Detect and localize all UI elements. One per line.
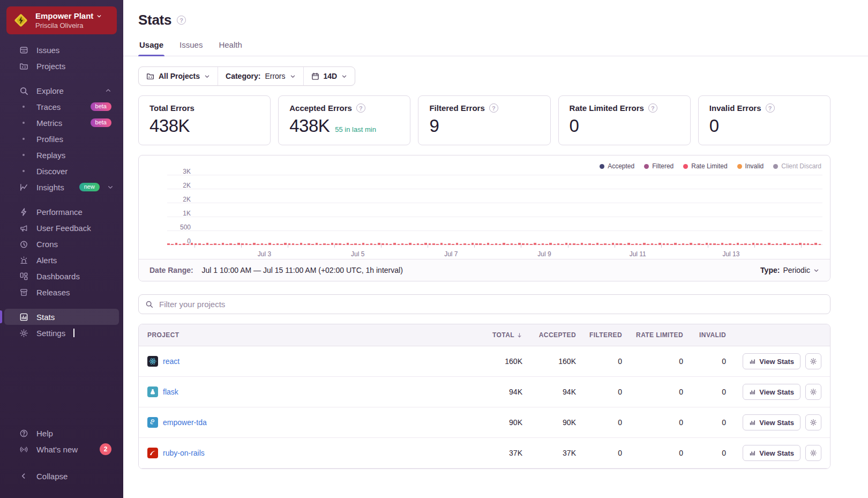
row-actions: View Stats xyxy=(726,384,821,400)
x-axis-tick xyxy=(615,245,615,248)
stat-card-total-errors: Total Errors438K xyxy=(138,95,271,145)
project-link[interactable]: empower-tda xyxy=(163,418,207,427)
legend-client-discard[interactable]: Client Discard xyxy=(773,162,821,170)
bar xyxy=(588,243,591,245)
bar xyxy=(472,243,474,245)
view-stats-button[interactable]: View Stats xyxy=(743,414,800,430)
project-settings-button[interactable] xyxy=(805,384,821,400)
bar-rate-limited-segment xyxy=(245,243,248,245)
bar xyxy=(183,243,185,245)
legend-filtered[interactable]: Filtered xyxy=(644,162,674,170)
bar xyxy=(577,244,579,245)
sidebar-item-what-s-new[interactable]: What's new2 xyxy=(4,441,119,457)
bar-rate-limited-segment xyxy=(639,244,642,245)
x-axis-tick xyxy=(288,245,288,248)
legend-rate-limited[interactable]: Rate Limited xyxy=(683,162,727,170)
bar-rate-limited-segment xyxy=(725,244,728,245)
sidebar-item-profiles[interactable]: Profiles xyxy=(4,131,119,147)
bar-chart-icon xyxy=(749,419,756,426)
tab-issues[interactable]: Issues xyxy=(178,40,204,56)
bar xyxy=(514,244,517,245)
bar xyxy=(339,243,341,245)
help-icon[interactable]: ? xyxy=(648,103,657,113)
sidebar-item-replays[interactable]: Replays xyxy=(4,147,119,163)
sidebar-item-stats[interactable]: Stats xyxy=(4,309,119,325)
usage-chart-card: AcceptedFilteredRate LimitedInvalidClien… xyxy=(138,155,830,281)
legend-accepted[interactable]: Accepted xyxy=(600,162,634,170)
bar xyxy=(635,243,638,245)
bar xyxy=(678,244,681,245)
project-settings-button[interactable] xyxy=(805,445,821,461)
column-header-accepted[interactable]: ACCEPTED xyxy=(522,331,576,339)
column-header-total[interactable]: TOTAL xyxy=(471,331,522,339)
column-header-filtered[interactable]: FILTERED xyxy=(576,331,622,339)
chevron-down-icon xyxy=(290,73,296,79)
bar xyxy=(749,244,751,245)
sidebar-item-alerts[interactable]: Alerts xyxy=(4,252,119,268)
sidebar-item-traces[interactable]: Tracesbeta xyxy=(4,99,119,115)
sidebar-item-crons[interactable]: Crons xyxy=(4,236,119,252)
view-stats-button[interactable]: View Stats xyxy=(743,353,800,369)
tab-health[interactable]: Health xyxy=(218,40,243,56)
sidebar-item-help[interactable]: Help xyxy=(4,425,119,441)
bar xyxy=(694,244,697,245)
sidebar-item-label: Performance xyxy=(36,207,83,217)
bar-rate-limited-segment xyxy=(436,244,439,245)
sidebar-item-projects[interactable]: Projects xyxy=(4,58,119,74)
project-settings-button[interactable] xyxy=(805,353,821,369)
view-stats-label: View Stats xyxy=(759,419,794,427)
help-icon[interactable]: ? xyxy=(766,103,775,113)
sidebar-item-discover[interactable]: Discover xyxy=(4,163,119,179)
bar xyxy=(534,243,536,245)
sidebar-item-insights[interactable]: Insightsnew xyxy=(4,179,119,195)
project-link[interactable]: flask xyxy=(163,388,178,396)
help-icon[interactable]: ? xyxy=(356,103,365,113)
sidebar-item-releases[interactable]: Releases xyxy=(4,284,119,300)
bar xyxy=(268,243,271,245)
help-icon[interactable]: ? xyxy=(489,103,498,113)
view-stats-button[interactable]: View Stats xyxy=(743,445,800,461)
column-header-project[interactable]: PROJECT xyxy=(147,331,471,339)
view-stats-button[interactable]: View Stats xyxy=(743,384,800,400)
project-link[interactable]: ruby-on-rails xyxy=(163,449,205,457)
bar-chart-icon xyxy=(749,358,756,365)
sidebar-item-user-feedback[interactable]: User Feedback xyxy=(4,220,119,236)
legend-invalid[interactable]: Invalid xyxy=(737,162,764,170)
legend-dot-icon xyxy=(683,164,688,169)
bar-rate-limited-segment xyxy=(409,243,411,245)
page-help-icon[interactable]: ? xyxy=(177,16,186,25)
column-header-invalid[interactable]: INVALID xyxy=(683,331,726,339)
org-name: Empower Plant xyxy=(35,11,93,20)
sidebar-item-settings[interactable]: Settings xyxy=(4,325,119,341)
bar-rate-limited-segment xyxy=(218,244,221,245)
project-filter-dropdown[interactable]: All Projects xyxy=(139,67,218,85)
sidebar-item-dashboards[interactable]: Dashboards xyxy=(4,268,119,284)
category-filter-dropdown[interactable]: Category: Errors xyxy=(218,67,303,85)
collapse-button[interactable]: Collapse xyxy=(4,468,119,484)
sidebar-item-label: What's new xyxy=(36,445,78,454)
filtered-cell: 0 xyxy=(576,357,622,366)
chart-type-dropdown[interactable]: Type: Periodic xyxy=(760,266,819,274)
project-settings-button[interactable] xyxy=(805,414,821,430)
chart-bars xyxy=(167,175,822,245)
column-header-rate-limited[interactable]: RATE LIMITED xyxy=(622,331,683,339)
project-link[interactable]: react xyxy=(163,357,179,366)
org-switcher[interactable]: Empower Plant Priscila Oliveira xyxy=(6,6,117,34)
sidebar-item-explore[interactable]: Explore xyxy=(4,83,119,99)
sidebar-item-performance[interactable]: Performance xyxy=(4,204,119,220)
tab-usage[interactable]: Usage xyxy=(138,40,164,56)
search-input[interactable] xyxy=(158,299,824,309)
stat-card-title: Filtered Errors? xyxy=(429,103,539,113)
bar-rate-limited-segment xyxy=(740,244,743,245)
bar-rate-limited-segment xyxy=(518,243,521,245)
bar-rate-limited-segment xyxy=(475,243,478,245)
sidebar-item-metrics[interactable]: Metricsbeta xyxy=(4,115,119,131)
bar-rate-limited-segment xyxy=(701,244,704,245)
date-range-dropdown[interactable]: 14D xyxy=(303,67,355,85)
bar-rate-limited-segment xyxy=(366,244,369,245)
bar-rate-limited-segment xyxy=(234,244,236,245)
stat-card-title-text: Invalid Errors xyxy=(709,103,761,113)
x-axis-tick xyxy=(428,245,428,248)
sidebar-item-issues[interactable]: Issues xyxy=(4,42,119,58)
bar-rate-limited-segment xyxy=(335,243,338,245)
